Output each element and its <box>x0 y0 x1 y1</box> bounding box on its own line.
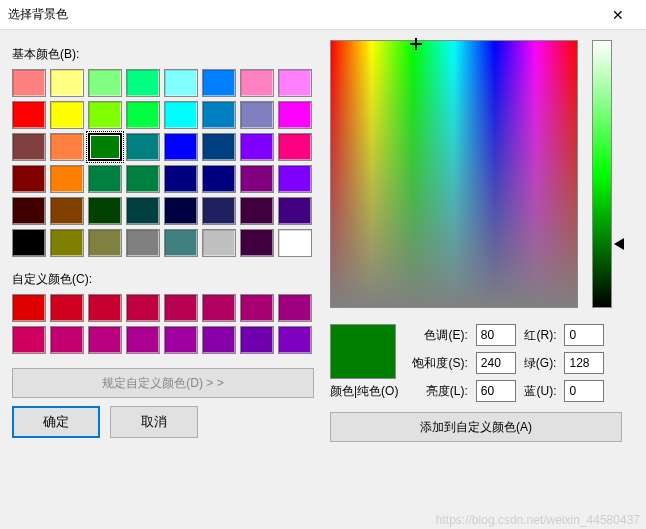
basic-swatch[interactable] <box>278 229 312 257</box>
add-custom-button[interactable]: 添加到自定义颜色(A) <box>330 412 622 442</box>
custom-colors-grid <box>12 294 316 354</box>
window-title: 选择背景色 <box>8 6 598 23</box>
hue-input[interactable] <box>476 324 516 346</box>
basic-swatch[interactable] <box>12 101 46 129</box>
basic-swatch[interactable] <box>50 229 84 257</box>
basic-swatch[interactable] <box>240 133 274 161</box>
dialog-buttons: 确定 取消 <box>12 406 316 438</box>
basic-swatch[interactable] <box>88 69 122 97</box>
custom-swatch[interactable] <box>50 294 84 322</box>
preview-column: 颜色|纯色(O) <box>330 324 398 400</box>
custom-swatch[interactable] <box>12 326 46 354</box>
basic-swatch[interactable] <box>126 101 160 129</box>
custom-swatch[interactable] <box>126 326 160 354</box>
basic-swatch[interactable] <box>88 133 122 161</box>
basic-swatch[interactable] <box>126 165 160 193</box>
luminance-slider[interactable] <box>592 40 612 308</box>
blue-input[interactable] <box>564 380 604 402</box>
basic-swatch[interactable] <box>240 101 274 129</box>
custom-swatch[interactable] <box>126 294 160 322</box>
custom-swatch[interactable] <box>164 326 198 354</box>
custom-swatch[interactable] <box>240 294 274 322</box>
basic-swatch[interactable] <box>164 133 198 161</box>
watermark: https://blog.csdn.net/weixin_44580437 <box>436 513 640 527</box>
basic-swatch[interactable] <box>278 165 312 193</box>
red-label: 红(R): <box>524 327 557 344</box>
custom-swatch[interactable] <box>278 294 312 322</box>
basic-swatch[interactable] <box>164 229 198 257</box>
green-label: 绿(G): <box>524 355 557 372</box>
basic-swatch[interactable] <box>88 165 122 193</box>
basic-swatch[interactable] <box>278 69 312 97</box>
basic-swatch[interactable] <box>164 69 198 97</box>
basic-swatch[interactable] <box>164 101 198 129</box>
custom-colors-label: 自定义颜色(C): <box>12 271 316 288</box>
lum-input[interactable] <box>476 380 516 402</box>
left-pane: 基本颜色(B): 自定义颜色(C): 规定自定义颜色(D) > > 确定 取消 <box>12 40 316 442</box>
basic-swatch[interactable] <box>126 197 160 225</box>
basic-swatch[interactable] <box>88 229 122 257</box>
crosshair-icon <box>410 38 422 50</box>
basic-swatch[interactable] <box>12 133 46 161</box>
basic-swatch[interactable] <box>126 229 160 257</box>
custom-swatch[interactable] <box>202 294 236 322</box>
basic-swatch[interactable] <box>240 197 274 225</box>
custom-swatch[interactable] <box>278 326 312 354</box>
basic-swatch[interactable] <box>88 197 122 225</box>
basic-swatch[interactable] <box>50 133 84 161</box>
basic-swatch[interactable] <box>240 69 274 97</box>
custom-swatch[interactable] <box>12 294 46 322</box>
red-input[interactable] <box>564 324 604 346</box>
luminance-arrow-icon[interactable] <box>614 238 624 250</box>
basic-swatch[interactable] <box>50 69 84 97</box>
basic-swatch[interactable] <box>240 165 274 193</box>
hue-sat-picker[interactable] <box>330 40 578 308</box>
custom-swatch[interactable] <box>50 326 84 354</box>
close-icon[interactable]: ✕ <box>598 1 638 29</box>
basic-swatch[interactable] <box>202 101 236 129</box>
basic-swatch[interactable] <box>202 197 236 225</box>
basic-swatch[interactable] <box>164 165 198 193</box>
basic-swatch[interactable] <box>202 229 236 257</box>
right-pane: 颜色|纯色(O) 色调(E): 红(R): 饱和度(S): 绿(G): 亮度(L… <box>330 40 634 442</box>
basic-swatch[interactable] <box>88 101 122 129</box>
solid-color-label: 颜色|纯色(O) <box>330 383 398 400</box>
basic-swatch[interactable] <box>202 133 236 161</box>
basic-swatch[interactable] <box>12 165 46 193</box>
basic-swatch[interactable] <box>12 69 46 97</box>
basic-swatch[interactable] <box>50 101 84 129</box>
gradient-area <box>330 40 578 308</box>
basic-swatch[interactable] <box>12 197 46 225</box>
basic-colors-label: 基本颜色(B): <box>12 46 316 63</box>
basic-swatch[interactable] <box>240 229 274 257</box>
hue-label: 色调(E): <box>412 327 467 344</box>
basic-swatch[interactable] <box>202 69 236 97</box>
custom-swatch[interactable] <box>88 294 122 322</box>
basic-swatch[interactable] <box>202 165 236 193</box>
basic-swatch[interactable] <box>278 101 312 129</box>
lum-label: 亮度(L): <box>412 383 467 400</box>
basic-swatch[interactable] <box>50 165 84 193</box>
color-preview <box>330 324 396 379</box>
basic-colors-grid <box>12 69 316 257</box>
custom-swatch[interactable] <box>164 294 198 322</box>
blue-label: 蓝(U): <box>524 383 557 400</box>
dialog-content: 基本颜色(B): 自定义颜色(C): 规定自定义颜色(D) > > 确定 取消 … <box>0 30 646 448</box>
define-custom-button[interactable]: 规定自定义颜色(D) > > <box>12 368 314 398</box>
ok-button[interactable]: 确定 <box>12 406 100 438</box>
basic-swatch[interactable] <box>12 229 46 257</box>
basic-swatch[interactable] <box>126 133 160 161</box>
numeric-inputs: 色调(E): 红(R): 饱和度(S): 绿(G): 亮度(L): 蓝(U): <box>412 324 604 402</box>
custom-swatch[interactable] <box>88 326 122 354</box>
cancel-button[interactable]: 取消 <box>110 406 198 438</box>
custom-swatch[interactable] <box>202 326 236 354</box>
basic-swatch[interactable] <box>50 197 84 225</box>
basic-swatch[interactable] <box>278 133 312 161</box>
basic-swatch[interactable] <box>278 197 312 225</box>
basic-swatch[interactable] <box>126 69 160 97</box>
basic-swatch[interactable] <box>164 197 198 225</box>
green-input[interactable] <box>564 352 604 374</box>
sat-input[interactable] <box>476 352 516 374</box>
custom-swatch[interactable] <box>240 326 274 354</box>
preview-row: 颜色|纯色(O) 色调(E): 红(R): 饱和度(S): 绿(G): 亮度(L… <box>330 324 634 402</box>
